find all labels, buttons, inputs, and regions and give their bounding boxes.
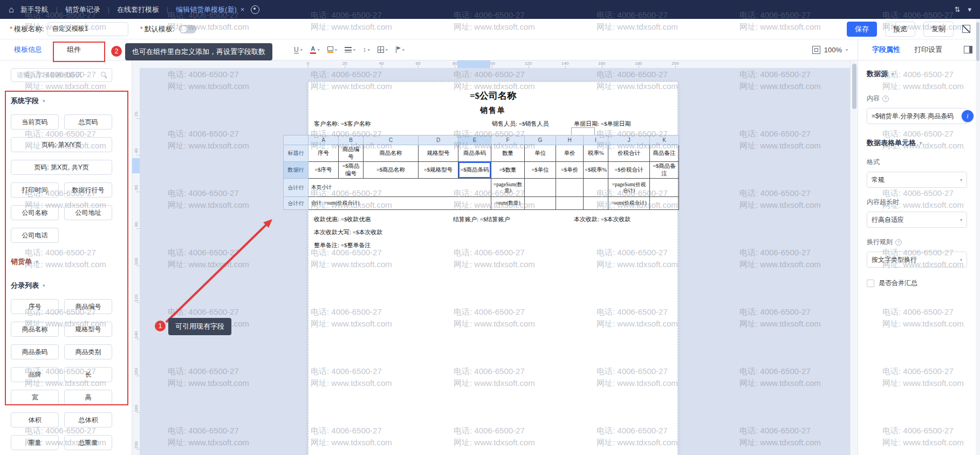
circle-dot-icon[interactable] (251, 5, 259, 14)
section-datasource[interactable]: 数据源 ▾ (867, 69, 967, 79)
field-chip[interactable]: 公司地址 (64, 205, 112, 220)
canvas-scrollbar[interactable] (850, 60, 858, 455)
field-chip[interactable]: 长 (64, 367, 112, 382)
field-chip[interactable]: 商品类别 (64, 344, 112, 359)
field-chip[interactable]: 总页码 (64, 114, 112, 130)
prop-select[interactable]: 常规▾ (867, 172, 967, 188)
column-header[interactable]: E (458, 135, 491, 145)
collapse-panel-icon[interactable] (964, 46, 972, 53)
column-header[interactable]: G (525, 135, 556, 145)
section-header[interactable]: 系统字段▾ (11, 96, 132, 106)
template-paper[interactable]: =$公司名称 销售单 客户名称: =$客户名称销售人员: =$销售人员单据日期:… (308, 82, 678, 455)
paper-field[interactable]: 整单备注: =$整单备注 (314, 241, 371, 249)
paper-field[interactable]: 本次收款大写: =$本次收款 (314, 228, 383, 236)
paper-subtitle[interactable]: 销售单 (309, 106, 677, 116)
sheet-cell[interactable] (525, 197, 556, 210)
sheet-cell[interactable] (525, 179, 556, 197)
paper-field[interactable]: 结算账户: =$结算账户 (453, 215, 510, 223)
prop-select[interactable]: 行高自适应▾ (867, 212, 967, 228)
field-chip[interactable]: 序号 (11, 299, 59, 314)
help-icon[interactable]: ? (895, 239, 902, 246)
row-header[interactable]: 合计行 (284, 179, 309, 197)
chevron-down-icon[interactable]: ▾ (846, 47, 848, 52)
field-chip[interactable]: 重量 (11, 435, 59, 450)
editor-tab[interactable]: 模板信息 (14, 45, 42, 55)
row-header[interactable]: 标题行 (284, 145, 309, 162)
field-chip[interactable]: 体积 (11, 412, 59, 427)
sheet-cell[interactable]: =$序号 (309, 162, 339, 179)
sheet-cell[interactable]: =$单位 (525, 162, 556, 179)
sheet-cell[interactable]: 单价 (556, 145, 584, 162)
borders-button[interactable]: ▾ (378, 46, 388, 53)
sheet-cell[interactable]: 商品名称 (364, 145, 419, 162)
sheet-cell[interactable] (650, 179, 679, 197)
column-header[interactable]: I (584, 135, 608, 145)
paper-title[interactable]: =$公司名称 (309, 90, 677, 102)
chevron-down-icon[interactable]: ▾ (968, 5, 971, 13)
topbar-tab[interactable]: 新手导航 (20, 5, 49, 15)
sheet-cell[interactable]: =$商品条码 (458, 162, 491, 179)
paper-field[interactable]: 本次收款: =$本次收款 (574, 215, 631, 223)
panel-tab[interactable]: 打印设置 (914, 45, 942, 55)
editor-tab[interactable]: 组件 (67, 45, 81, 55)
field-chip[interactable]: 商品条码 (11, 344, 59, 359)
home-icon[interactable]: ⌂ (9, 5, 14, 15)
scroll-arrows-icon[interactable]: ⇅ (955, 5, 961, 13)
field-chip[interactable]: 宽 (11, 390, 59, 405)
section-header[interactable]: 销货单▾ (11, 257, 132, 267)
sheet-corner[interactable] (284, 135, 309, 145)
paper-field[interactable]: 销售人员: =$销售人员 (492, 120, 549, 128)
fit-screen-icon[interactable] (812, 46, 820, 54)
column-header[interactable]: D (419, 135, 458, 145)
paper-field[interactable]: 收款优惠: =$收款优惠 (314, 215, 371, 223)
paper-field[interactable]: 客户名称: =$客户名称 (314, 120, 371, 128)
topbar-tab[interactable]: 销货单记录 (65, 5, 100, 15)
sheet-cell[interactable]: =$单价 (556, 162, 584, 179)
field-chip[interactable]: 公司名称 (11, 205, 59, 220)
field-chip[interactable]: 高 (64, 390, 112, 405)
field-chip[interactable]: 公司电话 (11, 228, 59, 243)
sheet-cell[interactable]: =$数量 (491, 162, 525, 179)
row-header[interactable]: 数据行 (284, 162, 309, 179)
column-header[interactable]: H (556, 135, 584, 145)
sheet-cell[interactable]: 单位 (525, 145, 556, 162)
column-header[interactable]: F (491, 135, 525, 145)
sheet-cell[interactable]: 序号 (309, 145, 339, 162)
section-header[interactable]: 分录列表▾ (11, 281, 132, 290)
flag-button[interactable]: ▾ (395, 46, 405, 53)
field-chip[interactable]: 数据行行号 (64, 182, 112, 198)
preview-button[interactable]: 预览 (885, 22, 915, 37)
sheet-cell[interactable]: =sum(数量) (491, 197, 525, 210)
sheet-cell[interactable] (650, 197, 679, 210)
topbar-tab[interactable]: 在线套打模板 (117, 5, 159, 15)
fill-color-button[interactable]: ▾ (327, 46, 337, 53)
row-header[interactable]: 合计行 (284, 197, 309, 210)
content-input[interactable]: =$销货单.分录列表.商品条码 (867, 108, 967, 124)
sheet-cell[interactable]: 数量 (491, 145, 525, 162)
vertical-align-button[interactable]: ↕▾ (363, 46, 370, 53)
column-header[interactable]: C (364, 135, 419, 145)
sheet-cell[interactable]: 商品条码 (458, 145, 491, 162)
sheet-cell[interactable]: 价税合计 (608, 145, 650, 162)
sheet-cell[interactable]: =pageSum(价税合计) (608, 179, 650, 197)
sheet-cell[interactable] (556, 197, 584, 210)
panel-tab[interactable]: 字段属性 (872, 45, 900, 55)
sheet-cell[interactable]: =$规格型号 (419, 162, 458, 179)
default-template-toggle[interactable] (179, 25, 196, 33)
column-header[interactable]: J (608, 135, 650, 145)
sheet-cell[interactable] (584, 197, 608, 210)
section-cell-format[interactable]: 数据表格单元格 ▾ (867, 138, 967, 148)
field-search-box[interactable] (11, 68, 112, 82)
field-chip[interactable]: 商品编号 (64, 299, 112, 314)
checkbox-icon[interactable] (867, 280, 874, 287)
column-header[interactable]: K (650, 135, 679, 145)
field-chip[interactable]: 总体积 (64, 412, 112, 427)
field-chip[interactable]: 页码: 第X页, 共Y页 (11, 160, 112, 175)
scrollbar-thumb[interactable] (976, 22, 979, 61)
field-chip[interactable]: 当前页码 (11, 114, 59, 130)
sheet-cell[interactable]: =sum(价税合计) (608, 197, 650, 210)
sheet-cell[interactable]: =$商品编号 (339, 162, 364, 179)
sheet-cell[interactable]: =$商品名称 (364, 162, 419, 179)
sheet-cell[interactable]: =$税率% (584, 162, 608, 179)
field-chip[interactable]: 打印时间 (11, 182, 59, 198)
